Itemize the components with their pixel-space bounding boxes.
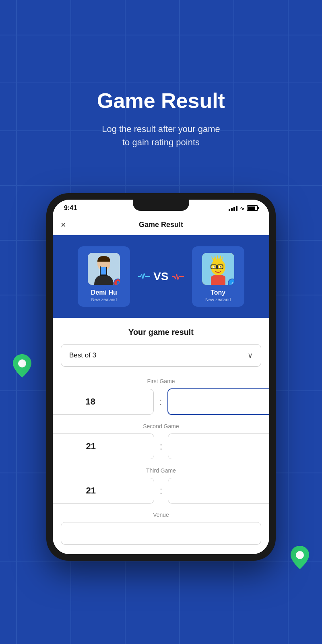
player1-name: Demi Hu xyxy=(91,289,117,296)
content-section: Your game result Best of 3 ∨ First Game … xyxy=(53,318,269,554)
first-game-score1[interactable] xyxy=(53,389,154,415)
svg-rect-5 xyxy=(101,266,106,275)
vs-text: VS xyxy=(153,270,168,283)
third-game-section: Third Game : xyxy=(61,467,261,504)
third-game-label: Third Game xyxy=(61,467,261,474)
player1-location: New zealand xyxy=(91,297,117,302)
phone-notch xyxy=(133,200,189,211)
wifi-icon: ∿ xyxy=(240,205,244,211)
best-of-dropdown[interactable]: Best of 3 ∨ xyxy=(61,344,261,367)
svg-point-0 xyxy=(18,359,26,367)
venue-input[interactable] xyxy=(61,522,261,545)
first-game-scores: : xyxy=(61,388,261,415)
status-time: 9:41 xyxy=(64,204,77,212)
page-header: Game Result Log the result after your ga… xyxy=(0,0,322,149)
player2-location: New zealand xyxy=(205,297,231,302)
page-subtitle: Log the result after your game to gain r… xyxy=(60,122,262,149)
map-pin-left xyxy=(12,354,32,380)
player1-card: 👤 Demi Hu New zealand xyxy=(78,246,130,307)
player2-name: Tony xyxy=(211,289,225,296)
second-game-section: Second Game : xyxy=(61,423,261,459)
player1-badge: 👤 xyxy=(114,279,120,285)
signal-icon xyxy=(229,205,237,211)
pulse-left-icon xyxy=(138,272,150,281)
page-title: Game Result xyxy=(0,89,322,113)
battery-icon xyxy=(247,205,258,211)
svg-point-1 xyxy=(296,551,304,559)
nav-title: Game Result xyxy=(139,221,183,229)
nav-bar: × Game Result xyxy=(53,215,269,235)
status-icons: ∿ xyxy=(229,205,258,211)
map-pin-right xyxy=(290,546,310,572)
score-separator-2: : xyxy=(160,441,163,452)
phone-mockup: 9:41 ∿ × Game Result xyxy=(46,193,276,561)
score-separator-3: : xyxy=(160,485,163,496)
dropdown-label: Best of 3 xyxy=(69,351,96,359)
phone-frame: 9:41 ∿ × Game Result xyxy=(46,193,276,561)
svg-point-16 xyxy=(220,266,221,268)
chevron-down-icon: ∨ xyxy=(248,351,253,360)
player2-badge: ♂ xyxy=(228,279,234,285)
first-game-section: First Game : xyxy=(61,378,261,415)
phone-screen: 9:41 ∿ × Game Result xyxy=(53,200,269,554)
close-button[interactable]: × xyxy=(61,220,66,230)
first-game-label: First Game xyxy=(61,378,261,384)
third-game-scores: : xyxy=(61,478,261,504)
score-separator-1: : xyxy=(159,396,162,407)
pulse-right-icon xyxy=(172,272,184,281)
section-title: Your game result xyxy=(61,328,261,337)
first-game-score2[interactable] xyxy=(167,388,269,415)
second-game-score2[interactable] xyxy=(168,433,269,459)
third-game-score1[interactable] xyxy=(53,478,154,504)
venue-label: Venue xyxy=(61,512,261,518)
second-game-scores: : xyxy=(61,433,261,459)
match-card: 👤 Demi Hu New zealand VS xyxy=(53,235,269,318)
third-game-score2[interactable] xyxy=(168,478,269,504)
player1-avatar: 👤 xyxy=(88,253,120,285)
second-game-label: Second Game xyxy=(61,423,261,429)
vs-section: VS xyxy=(138,270,184,283)
player2-avatar: ♂ xyxy=(202,253,234,285)
player2-card: ♂ Tony New zealand xyxy=(192,246,244,307)
second-game-score1[interactable] xyxy=(53,433,154,459)
svg-point-15 xyxy=(213,266,215,268)
